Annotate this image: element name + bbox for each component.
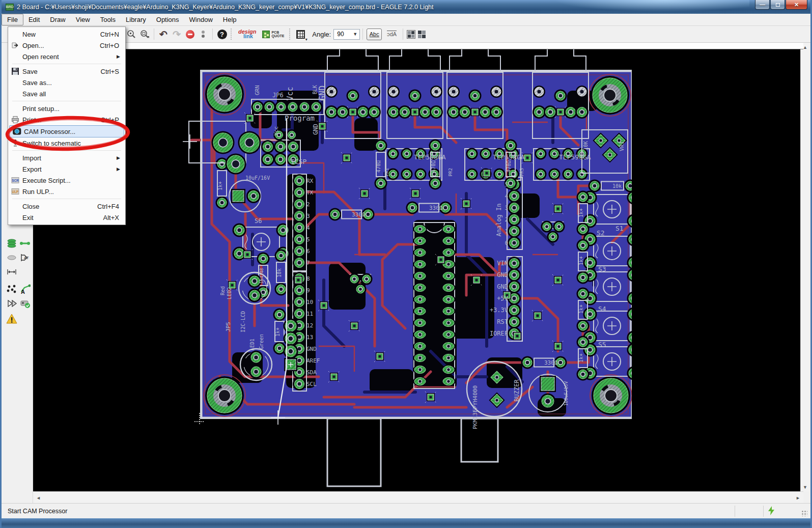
menu-shortcut: Ctrl+O	[100, 42, 121, 49]
editor-canvas[interactable]: GRNJP6VccBLKGNDProgramVccGNDICSPTLP598GA…	[33, 43, 803, 491]
stop-button[interactable]	[183, 27, 197, 41]
menu-item-label: Close	[22, 203, 97, 210]
submenu-arrow-icon: ▶	[117, 155, 121, 160]
text-mirror-button[interactable]: Abc	[384, 29, 399, 40]
svg-text:330Ω: 330Ω	[544, 359, 558, 366]
svg-text:3: 3	[505, 205, 508, 211]
menubar-item-options[interactable]: Options	[151, 14, 184, 25]
vertical-scrollbar[interactable]: ▲ ▼	[800, 43, 809, 491]
menu-item-open[interactable]: Open...Ctrl+O	[8, 40, 125, 51]
menu-item-execute-script[interactable]: SCRExecute Script...	[8, 175, 125, 186]
svg-text:12: 12	[306, 322, 313, 329]
svg-text:PR3: PR3	[519, 168, 524, 176]
menu-item-label: Execute Script...	[22, 177, 121, 184]
redo-button[interactable]: ↷	[170, 27, 183, 41]
wire-icon[interactable]	[19, 237, 31, 249]
svg-text:Vcc: Vcc	[273, 126, 279, 135]
svg-text:VIN: VIN	[497, 260, 508, 267]
menu-item-run-ulp[interactable]: ULPRun ULP...	[8, 186, 125, 197]
run-check-icon[interactable]	[19, 297, 31, 310]
menu-item-open-recent[interactable]: Open recent▶	[8, 51, 125, 62]
designlink-logo[interactable]: designlink	[238, 30, 256, 39]
menu-item-switch-to-schematic[interactable]: Switch to schematic	[8, 137, 125, 149]
menu-item-close[interactable]: CloseCtrl+F4	[8, 201, 125, 212]
title-bar[interactable]: BRD 2 Board - C:¥Users¥shoji¥Documents¥e…	[2, 0, 810, 14]
svg-text:2: 2	[505, 216, 508, 223]
layer-display-button[interactable]	[407, 30, 415, 39]
svg-text:1k+: 1k+	[217, 181, 223, 190]
menubar-item-window[interactable]: Window	[184, 14, 218, 25]
zoom-fit-button[interactable]	[138, 27, 151, 41]
svg-text:SDA: SDA	[306, 369, 317, 376]
menubar-item-library[interactable]: Library	[121, 14, 151, 25]
status-bar: Start CAM Processor	[2, 503, 810, 518]
menu-shortcut: Ctrl+S	[101, 68, 121, 75]
svg-text:330Ω: 330Ω	[429, 205, 443, 211]
menubar-item-view[interactable]: View	[71, 14, 95, 25]
svg-text:GND: GND	[317, 86, 327, 101]
text-normal-button[interactable]: Abc	[367, 29, 382, 40]
restore-button[interactable]	[770, 0, 785, 10]
svg-text:3: 3	[306, 213, 310, 219]
gate-at-icon[interactable]: AT	[19, 252, 31, 264]
svg-text:I2C-LCD: I2C-LCD	[240, 311, 246, 332]
svg-text:GRN: GRN	[254, 85, 261, 95]
svg-text:10k: 10k	[276, 268, 282, 277]
pad-icon[interactable]	[6, 252, 18, 264]
menu-item-save-as[interactable]: Save as...	[8, 77, 125, 88]
cam-icon	[10, 127, 24, 135]
menu-item-cam-processor[interactable]: CAM Processor...	[9, 125, 124, 137]
angle-select[interactable]: 90▼	[333, 29, 360, 40]
menu-item-label: Open recent	[22, 53, 117, 61]
svg-text:ULP: ULP	[12, 190, 19, 193]
svg-text:S6: S6	[255, 217, 262, 225]
text-label-icon[interactable]: A	[19, 283, 31, 295]
pcb-quote-logo[interactable]: PCBQUOTE	[262, 31, 284, 38]
minimize-button[interactable]: —	[755, 0, 770, 10]
horizontal-scrollbar[interactable]: ◄ ►	[33, 491, 803, 503]
svg-text:RX: RX	[306, 178, 314, 184]
menu-item-save[interactable]: SaveCtrl+S	[8, 66, 125, 77]
save-icon	[8, 67, 22, 75]
zoom-select-button[interactable]	[125, 27, 138, 41]
menubar-item-file[interactable]: File	[2, 14, 23, 25]
traffic-light-icon[interactable]	[197, 27, 210, 41]
menubar-item-help[interactable]: Help	[218, 14, 242, 25]
drc-check-icon[interactable]	[6, 297, 18, 310]
menubar-item-tools[interactable]: Tools	[95, 14, 121, 25]
menu-item-print-setup[interactable]: Print setup...	[8, 103, 125, 114]
svg-text:AT: AT	[24, 256, 29, 260]
layer-settings-button[interactable]	[417, 30, 426, 39]
menu-item-label: New	[22, 31, 100, 38]
svg-text:10k: 10k	[612, 183, 622, 189]
menu-separator	[12, 64, 121, 64]
undo-button[interactable]: ↶	[157, 27, 170, 41]
menu-item-print[interactable]: Print...Ctrl+P	[8, 114, 125, 125]
grid-button[interactable]	[294, 27, 307, 41]
menu-item-save-all[interactable]: Save all	[8, 88, 125, 99]
menubar-item-edit[interactable]: Edit	[23, 14, 45, 25]
menu-item-import[interactable]: Import▶	[8, 152, 125, 163]
menubar-item-draw[interactable]: Draw	[45, 14, 70, 25]
menu-item-new[interactable]: NewCtrl+N	[8, 29, 125, 40]
resize-grip[interactable]	[801, 510, 807, 516]
svg-text:JP5: JP5	[225, 322, 232, 332]
eagle-window: BRD 2 Board - C:¥Users¥shoji¥Documents¥e…	[0, 0, 812, 528]
pcb-board[interactable]: GRNJP6VccBLKGNDProgramVccGNDICSPTLP598GA…	[181, 43, 632, 491]
close-button[interactable]: ✕	[786, 0, 807, 10]
measure-icon[interactable]	[6, 266, 18, 278]
menu-shortcut: Alt+X	[103, 214, 121, 221]
menu-item-label: CAM Processor...	[24, 128, 120, 135]
menu-bar: FileEditDrawViewToolsLibraryOptionsWindo…	[2, 14, 810, 26]
menu-item-export[interactable]: Export▶	[8, 163, 125, 175]
ratsnest-icon[interactable]	[6, 283, 18, 295]
svg-text:IOREF: IOREF	[490, 330, 508, 337]
svg-text:TLP598GA: TLP598GA	[559, 153, 591, 161]
menu-item-label: Open...	[22, 42, 100, 49]
svg-text:BUZZER: BUZZER	[513, 379, 520, 402]
menu-item-exit[interactable]: ExitAlt+X	[8, 212, 125, 223]
help-button[interactable]: ?	[215, 27, 229, 41]
file-menu-popup: NewCtrl+NOpen...Ctrl+OOpen recent▶SaveCt…	[8, 26, 126, 225]
via-stack-icon[interactable]	[6, 237, 18, 249]
warning-icon[interactable]	[6, 313, 18, 325]
